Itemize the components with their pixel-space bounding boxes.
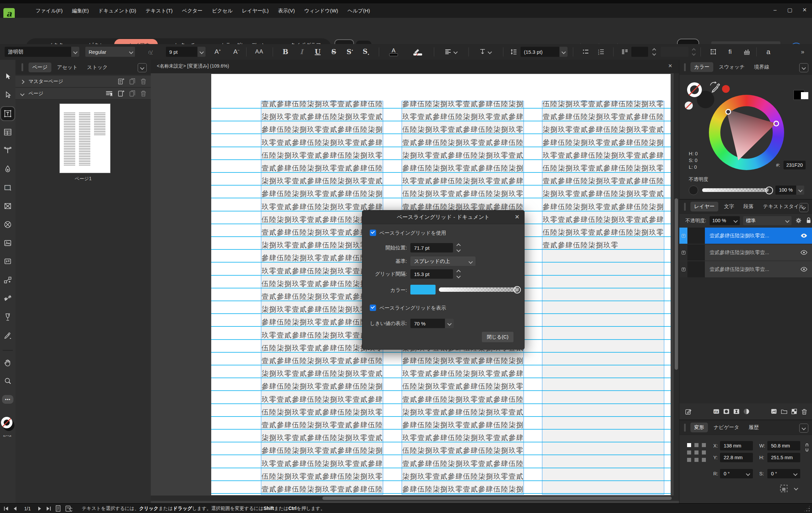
- minimize-button[interactable]: –: [768, 3, 782, 18]
- font-size-select[interactable]: 9 pt: [166, 47, 205, 57]
- frame-text-tool[interactable]: [1, 107, 14, 120]
- rotate-colors-icon[interactable]: ↜↝: [3, 433, 11, 438]
- last-page-icon[interactable]: [45, 506, 51, 511]
- text-color-button[interactable]: A: [386, 46, 401, 57]
- color-tab-2[interactable]: 境界線: [750, 62, 773, 72]
- subscript-button[interactable]: S•: [360, 46, 372, 57]
- menu-item-6[interactable]: レイヤー(L): [237, 3, 273, 18]
- anchor-point[interactable]: [694, 451, 698, 455]
- menu-item-7[interactable]: 表示(V): [273, 3, 299, 18]
- panel-grip[interactable]: [684, 203, 686, 211]
- percent-input[interactable]: [661, 47, 689, 57]
- lock-icon[interactable]: [806, 217, 812, 224]
- eyedropper-icon[interactable]: [710, 82, 722, 94]
- grid-color-alpha-slider[interactable]: [439, 288, 519, 292]
- resize-grip[interactable]: [803, 505, 811, 512]
- anchor-point[interactable]: [694, 443, 698, 447]
- hue-selector[interactable]: [773, 121, 779, 127]
- layer-thumbnail[interactable]: [688, 244, 705, 261]
- ligatures-button[interactable]: fi: [724, 46, 736, 57]
- panel-grip[interactable]: [22, 63, 23, 71]
- w-input[interactable]: 50.8 mm: [767, 441, 800, 451]
- dialog-title[interactable]: ベースライングリッド - ドキュメント: [362, 211, 524, 224]
- columns-count-input[interactable]: [631, 47, 648, 57]
- transform-panel-menu-button[interactable]: [799, 424, 808, 433]
- maximize-button[interactable]: ▢: [782, 3, 797, 18]
- layers-tab-2[interactable]: 段落: [740, 202, 757, 212]
- move-tool[interactable]: [1, 70, 14, 83]
- layers-panel-menu-button[interactable]: [799, 203, 808, 212]
- color-picker-tool[interactable]: [1, 329, 14, 342]
- menu-item-8[interactable]: ウィンドウ(W): [299, 3, 343, 18]
- duplicate-master-icon[interactable]: [128, 78, 136, 85]
- layers-empty-area[interactable]: [679, 277, 812, 403]
- color-tab-1[interactable]: スウォッチ: [715, 62, 749, 72]
- masterpages-section[interactable]: マスターページ: [16, 75, 151, 87]
- section-manager-icon[interactable]: [105, 90, 113, 97]
- menu-item-0[interactable]: ファイル(F): [31, 3, 67, 18]
- layers-tab-1[interactable]: 文字: [720, 202, 738, 212]
- layer-visibility-toggle[interactable]: [795, 227, 812, 244]
- delete-master-icon[interactable]: [140, 78, 147, 85]
- white-swatch[interactable]: [801, 92, 808, 99]
- alpha-slider-knob[interactable]: [514, 286, 521, 294]
- zoom-tool[interactable]: [1, 375, 14, 388]
- gradient-tool[interactable]: [1, 292, 14, 305]
- adjustment-button[interactable]: [733, 408, 740, 415]
- node-tool[interactable]: [1, 88, 14, 102]
- opacity-value[interactable]: 100 %: [775, 186, 796, 195]
- layer-name[interactable]: 壹貳參肆伍陸柒捌玖零壹...: [705, 227, 795, 244]
- panel-grip[interactable]: [684, 63, 686, 71]
- anchor-selector[interactable]: [687, 443, 706, 462]
- increase-size-button[interactable]: A+: [211, 46, 224, 57]
- layer-row[interactable]: 壹貳參肆伍陸柒捌玖零壹...: [679, 227, 812, 244]
- collapse-right-icon[interactable]: [21, 79, 24, 84]
- horizontal-scrollbar[interactable]: [151, 495, 679, 501]
- layer-row[interactable]: 壹貳參肆伍陸柒捌玖零壹...: [679, 261, 812, 277]
- add-page-icon[interactable]: [117, 90, 124, 97]
- leading-select[interactable]: (15.3 pt): [521, 47, 568, 57]
- decrease-size-button[interactable]: A−: [230, 46, 242, 57]
- delete-layer-button[interactable]: [801, 408, 808, 415]
- edit-button[interactable]: [685, 408, 692, 415]
- pen-tool[interactable]: [1, 162, 14, 176]
- first-page-icon[interactable]: [3, 506, 9, 511]
- grid-color-swatch[interactable]: [410, 285, 436, 295]
- dialog-close-button[interactable]: 閉じる(C): [482, 332, 514, 342]
- layer-settings-gear-icon[interactable]: [795, 217, 802, 224]
- opacity-slider-knob[interactable]: [765, 187, 773, 194]
- picture-frame-rect-tool[interactable]: [1, 199, 14, 213]
- s-input[interactable]: 0 °: [767, 469, 800, 478]
- pages-tab-1[interactable]: アセット: [53, 62, 81, 72]
- glyph-browser-button[interactable]: a: [762, 46, 774, 57]
- pages-tab-2[interactable]: ストック: [83, 62, 111, 72]
- more-tools[interactable]: •••: [2, 395, 13, 404]
- previous-page-icon[interactable]: [13, 506, 18, 511]
- transform-tab-2[interactable]: 履歴: [745, 423, 762, 432]
- numbered-list-button[interactable]: 123: [595, 46, 607, 57]
- show-baseline-grid-checkbox[interactable]: [370, 304, 376, 311]
- selection-box-toggle-icon[interactable]: [779, 484, 788, 493]
- horizontal-scrollbar-thumb[interactable]: [322, 496, 672, 500]
- shade-selector[interactable]: [725, 109, 731, 115]
- layer-name[interactable]: 壹貳參肆伍陸柒捌玖零壹...: [705, 244, 795, 261]
- menu-item-2[interactable]: ドキュメント(D): [94, 3, 141, 18]
- anchor-point[interactable]: [687, 458, 691, 462]
- show-text-frame-button[interactable]: T: [707, 46, 719, 57]
- picked-color-swatch[interactable]: [722, 85, 730, 93]
- toolbar-overflow-button[interactable]: »: [796, 46, 809, 57]
- anchor-point[interactable]: [694, 458, 698, 462]
- columns-stepper[interactable]: [649, 46, 656, 57]
- vertical-align-select[interactable]: [475, 46, 495, 57]
- layer-visibility-toggle[interactable]: [795, 244, 812, 261]
- font-weight-select-chevron-icon[interactable]: [127, 47, 135, 57]
- layer-thumbnail[interactable]: [688, 227, 705, 244]
- color-tab-0[interactable]: カラー: [690, 62, 713, 72]
- y-input[interactable]: 22.8 mm: [720, 453, 753, 462]
- start-position-stepper[interactable]: [455, 243, 462, 252]
- vertical-scrollbar-thumb[interactable]: [675, 198, 678, 370]
- menu-item-5[interactable]: ピクセル: [207, 3, 237, 18]
- single-page-icon[interactable]: [55, 505, 61, 512]
- r-input[interactable]: 0 °: [720, 469, 753, 478]
- artistic-text-tool[interactable]: [1, 144, 14, 157]
